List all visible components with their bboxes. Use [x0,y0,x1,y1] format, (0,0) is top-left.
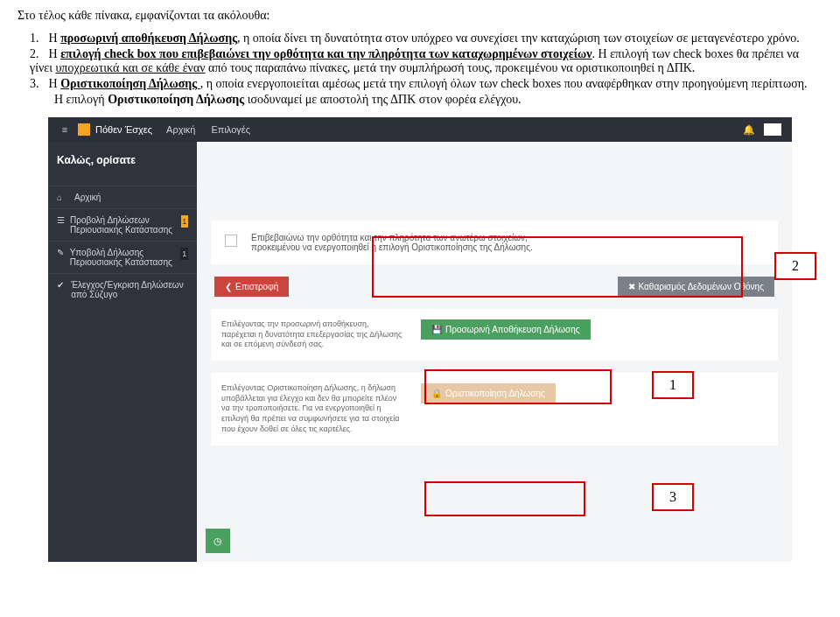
t3a: Η [49,77,61,90]
num-1: 1. [30,32,46,46]
num-2: 2. [30,47,46,61]
menu-icon[interactable]: ≡ [55,120,74,139]
brand-title: Πόθεν Έσχες [95,124,152,135]
sidebar-view-label: Προβολή Δηλώσεων Περιουσιακής Κατάστασης [70,215,181,235]
list-item-2: 2. Η επιλογή check box που επιβεβαιώνει … [30,47,822,75]
list-item-1: 1. Η προσωρινή αποθήκευση Δήλωσης, η οπο… [30,32,822,46]
callout-1 [424,369,612,404]
t2b: επιλογή check box που επιβεβαιώνει την ο… [60,47,592,60]
t3e: Οριστικοποίηση Δήλωσης [108,93,244,106]
bell-icon[interactable]: 🔔 [743,124,755,136]
clock-icon[interactable]: ◷ [206,529,230,553]
label-box-3: 3 [652,483,694,511]
list-item-3b: Η επιλογή Οριστικοποίηση Δήλωσης ισοδυνα… [54,93,822,107]
t3b: Οριστικοποίηση Δήλωσης [60,77,200,90]
t3c: , η οποία ενεργοποιείται αμέσως μετά την… [200,77,808,90]
instruction-list: 1. Η προσωρινή αποθήκευση Δήλωσης, η οπο… [30,32,822,107]
brand-badge [78,123,90,136]
t1b: προσωρινή αποθήκευση Δήλωσης [60,32,237,45]
num-3: 3. [30,77,46,91]
nav-options[interactable]: Επιλογές [211,124,250,135]
t2a: Η [49,47,61,60]
chevron-left-icon: ❮ [225,282,232,291]
t2e: από τους παραπάνω πίνακες, μετά την συμπ… [206,61,696,74]
intro-text: Στο τέλος κάθε πίνακα, εμφανίζονται τα α… [18,9,822,23]
avatar[interactable] [764,123,781,136]
home-icon: ⌂ [57,193,69,202]
t1a: Η [49,32,61,45]
topbar: ≡ Πόθεν Έσχες Αρχική Επιλογές 🔔 [48,117,792,142]
t3d: Η επιλογή [54,93,108,106]
sidebar-view-badge: 1 [181,215,188,228]
save-icon: 💾 [431,325,442,334]
confirm-checkbox[interactable] [225,235,237,247]
app-screenshot: ≡ Πόθεν Έσχες Αρχική Επιλογές 🔔 Καλώς, ο… [48,117,792,562]
sidebar-home[interactable]: ⌂ Αρχική [48,186,197,208]
welcome-text: Καλώς, ορίσατε [48,147,197,170]
label-box-1: 1 [652,371,694,399]
sidebar-submit[interactable]: ✎ Υποβολή Δήλωσης Περιουσιακής Κατάσταση… [48,241,197,273]
t2d: υποχρεωτικά και σε κάθε έναν [55,61,205,74]
save-panel: Επιλέγοντας την προσωρινή αποθήκευση, πα… [211,309,778,361]
save-label: Προσωρινή Αποθήκευση Δήλωσης [445,325,580,334]
list-icon: ☰ [57,215,65,225]
sidebar-home-label: Αρχική [74,193,101,202]
t1c: , η οποία δίνει τη δυνατότητα στον υπόχρ… [237,32,800,45]
sidebar: Καλώς, ορίσατε ⌂ Αρχική ☰ Προβολή Δηλώσε… [48,142,197,562]
app-body: Καλώς, ορίσατε ⌂ Αρχική ☰ Προβολή Δηλώσε… [48,142,792,562]
sidebar-approve[interactable]: ✔ Έλεγχος/Έγκριση Δηλώσεων από Σύζυγο [48,273,197,305]
back-button[interactable]: ❮ Επιστροφή [214,277,289,297]
t3f: ισοδυναμεί με αποστολή της ΔΠΚ στον φορέ… [244,93,521,106]
save-desc: Επιλέγοντας την προσωρινή αποθήκευση, πα… [221,319,405,350]
finalize-desc: Επιλέγοντας Οριστικοποίηση Δήλωσης, η δή… [221,383,405,434]
check-icon: ✔ [57,280,66,290]
back-label: Επιστροφή [235,282,278,291]
pencil-icon: ✎ [57,248,65,257]
sidebar-submit-badge: 1 [180,248,188,260]
label-box-2: 2 [774,252,816,280]
sidebar-submit-label: Υποβολή Δήλωσης Περιουσιακής Κατάστασης [70,248,181,267]
nav-home[interactable]: Αρχική [166,124,195,135]
callout-3 [424,481,585,516]
sidebar-view[interactable]: ☰ Προβολή Δηλώσεων Περιουσιακής Κατάστασ… [48,208,197,241]
list-item-3: 3. Η Οριστικοποίηση Δήλωσης , η οποία εν… [30,77,822,91]
main-area: Επιβεβαιώνω την ορθότητα και την πληρότη… [197,142,792,562]
callout-2 [372,236,743,298]
save-button[interactable]: 💾 Προσωρινή Αποθήκευση Δήλωσης [421,319,591,340]
sidebar-approve-label: Έλεγχος/Έγκριση Δηλώσεων από Σύζυγο [71,280,188,299]
